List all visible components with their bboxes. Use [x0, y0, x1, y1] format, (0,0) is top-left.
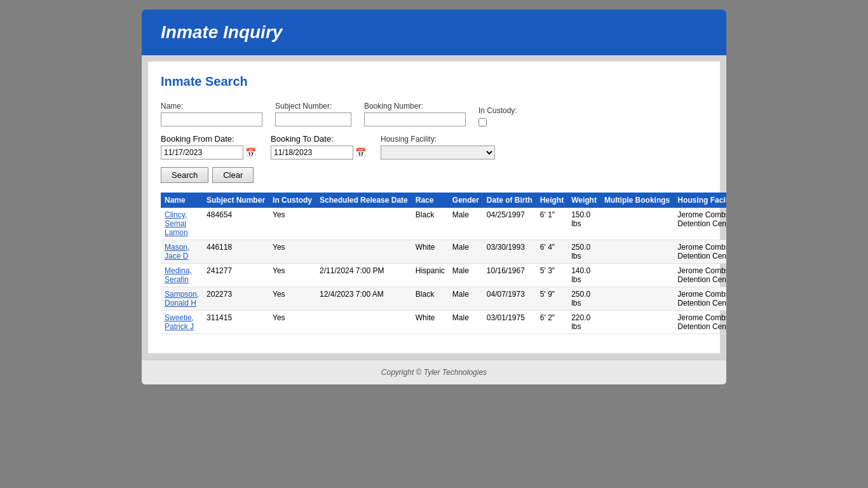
name-group: Name:: [161, 102, 262, 126]
inmate-name-cell[interactable]: Medina, Serafin: [161, 264, 203, 287]
in-custody-checkbox[interactable]: [478, 118, 487, 126]
table-cell: Male: [449, 311, 483, 334]
copyright-text: Copyright © Tyler Technologies: [381, 368, 487, 377]
table-cell: 6' 1": [536, 208, 567, 240]
housing-facility-label: Housing Facility:: [381, 135, 495, 144]
table-cell: 241277: [203, 264, 269, 287]
booking-from-calendar-button[interactable]: 📅: [243, 147, 258, 158]
inmate-name-link[interactable]: Medina, Serafin: [165, 266, 192, 284]
booking-to-group: Booking To Date: 📅: [271, 134, 368, 159]
booking-number-input[interactable]: [364, 112, 466, 126]
subject-number-group: Subject Number:: [275, 102, 351, 126]
table-cell: White: [412, 311, 449, 334]
table-row: Sweetie, Patrick J311415YesWhiteMale03/0…: [161, 311, 726, 334]
table-row: Clincy, Semaj Lamon484654YesBlackMale04/…: [161, 208, 726, 240]
booking-number-label: Booking Number:: [364, 102, 466, 111]
table-cell: 150.0 lbs: [567, 208, 600, 240]
table-cell: Jerome Combs Detention Center: [674, 311, 726, 334]
table-cell: 250.0 lbs: [567, 287, 600, 311]
table-row: Medina, Serafin241277Yes2/11/2024 7:00 P…: [161, 264, 726, 287]
table-cell: 5' 3": [536, 264, 567, 287]
inmate-name-link[interactable]: Clincy, Semaj Lamon: [165, 210, 188, 237]
form-row-2: Booking From Date: 📅 Booking To Date: 📅 …: [161, 134, 707, 159]
housing-facility-select[interactable]: Jerome Combs Detention Center: [381, 146, 495, 159]
table-body: Clincy, Semaj Lamon484654YesBlackMale04/…: [161, 208, 726, 334]
table-cell: 12/4/2023 7:00 AM: [316, 287, 412, 311]
inmate-name-cell[interactable]: Sampson, Donald H: [161, 287, 203, 311]
search-form: Name: Subject Number: Booking Number: In…: [161, 102, 707, 183]
search-button[interactable]: Search: [161, 167, 208, 183]
booking-to-calendar-button[interactable]: 📅: [353, 147, 368, 158]
table-cell: 202273: [203, 287, 269, 311]
table-row: Mason, Jace D446118YesWhiteMale03/30/199…: [161, 240, 726, 264]
table-cell: Male: [449, 208, 483, 240]
col-dob: Date of Birth: [483, 193, 536, 208]
button-row: Search Clear: [161, 167, 707, 183]
col-name: Name: [161, 193, 203, 208]
inmate-name-link[interactable]: Sweetie, Patrick J: [165, 313, 194, 331]
table-cell: Yes: [269, 287, 316, 311]
main-content: Inmate Search Name: Subject Number: Book…: [148, 62, 720, 353]
table-cell: White: [412, 240, 449, 264]
table-cell: 10/16/1967: [483, 264, 536, 287]
table-cell: 04/25/1997: [483, 208, 536, 240]
table-cell: Hispanic: [412, 264, 449, 287]
table-cell: [600, 311, 674, 334]
table-cell: Yes: [269, 311, 316, 334]
table-cell: Black: [412, 208, 449, 240]
table-cell: [600, 240, 674, 264]
table-cell: [600, 208, 674, 240]
col-in-custody: In Custody: [269, 193, 316, 208]
table-cell: 03/01/1975: [483, 311, 536, 334]
table-cell: 220.0 lbs: [567, 311, 600, 334]
results-table: Name Subject Number In Custody Scheduled…: [161, 193, 726, 334]
table-cell: [316, 208, 412, 240]
inmate-name-link[interactable]: Sampson, Donald H: [165, 290, 199, 308]
table-cell: 5' 9": [536, 287, 567, 311]
table-cell: Male: [449, 287, 483, 311]
col-scheduled-release: Scheduled Release Date: [316, 193, 412, 208]
in-custody-label: In Custody:: [478, 106, 517, 115]
table-row: Sampson, Donald H202273Yes12/4/2023 7:00…: [161, 287, 726, 311]
inmate-name-cell[interactable]: Sweetie, Patrick J: [161, 311, 203, 334]
table-header: Name Subject Number In Custody Scheduled…: [161, 193, 726, 208]
table-cell: [600, 264, 674, 287]
table-cell: Male: [449, 240, 483, 264]
table-cell: 6' 2": [536, 311, 567, 334]
clear-button[interactable]: Clear: [212, 167, 254, 183]
table-cell: Black: [412, 287, 449, 311]
inmate-name-link[interactable]: Mason, Jace D: [165, 243, 189, 261]
table-cell: Yes: [269, 208, 316, 240]
col-subject-number: Subject Number: [203, 193, 269, 208]
table-cell: 311415: [203, 311, 269, 334]
col-race: Race: [412, 193, 449, 208]
table-header-row: Name Subject Number In Custody Scheduled…: [161, 193, 726, 208]
table-cell: 03/30/1993: [483, 240, 536, 264]
housing-facility-group: Housing Facility: Jerome Combs Detention…: [381, 135, 495, 159]
col-gender: Gender: [449, 193, 483, 208]
table-cell: Jerome Combs Detention Center: [674, 208, 726, 240]
table-cell: Jerome Combs Detention Center: [674, 240, 726, 264]
booking-to-input[interactable]: [271, 146, 353, 159]
table-cell: 6' 4": [536, 240, 567, 264]
table-cell: 446118: [203, 240, 269, 264]
table-cell: [600, 287, 674, 311]
booking-number-group: Booking Number:: [364, 102, 466, 126]
subject-number-input[interactable]: [275, 112, 351, 126]
inmate-name-cell[interactable]: Mason, Jace D: [161, 240, 203, 264]
booking-from-label: Booking From Date:: [161, 134, 258, 144]
col-multiple-bookings: Multiple Bookings: [600, 193, 674, 208]
table-cell: 140.0 lbs: [567, 264, 600, 287]
page-title: Inmate Search: [161, 74, 707, 89]
table-cell: Yes: [269, 240, 316, 264]
table-cell: 484654: [203, 208, 269, 240]
subject-number-label: Subject Number:: [275, 102, 351, 111]
col-weight: Weight: [567, 193, 600, 208]
name-input[interactable]: [161, 112, 262, 126]
table-cell: Jerome Combs Detention Center: [674, 287, 726, 311]
table-cell: Yes: [269, 264, 316, 287]
inmate-name-cell[interactable]: Clincy, Semaj Lamon: [161, 208, 203, 240]
booking-from-input[interactable]: [161, 146, 243, 159]
table-cell: [316, 240, 412, 264]
col-housing-facility: Housing Facility: [674, 193, 726, 208]
